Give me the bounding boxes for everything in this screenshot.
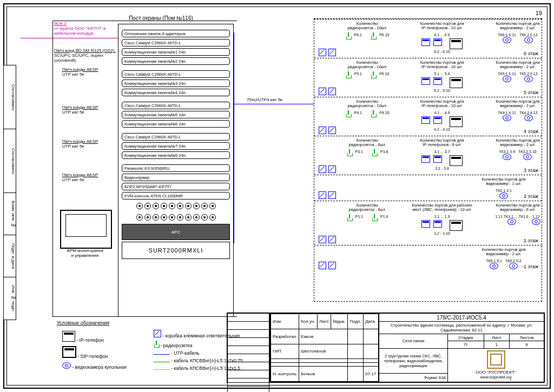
camera-icon (532, 218, 540, 225)
phone-icon (433, 38, 442, 46)
camera-icon (503, 76, 511, 82)
side-tab: Взам. инв. № (3, 192, 16, 236)
junction-box-icon (319, 49, 326, 56)
radio-socket-icon (154, 341, 159, 347)
company-logo-icon (487, 350, 505, 369)
radio-group: Количестворадиорозеток - 6шт.P1.1 P1.6 (340, 203, 394, 221)
radio-group: Количестворадиорозеток - 10шт.P6.1 P6.10 (340, 22, 394, 39)
doc-number: 178/С-2017-ИОС5.4 (379, 314, 544, 322)
phone-icon (421, 155, 430, 163)
floor-label: 3 этаж (523, 168, 539, 173)
sip-phone-icon (62, 346, 76, 358)
camera-icon (499, 192, 508, 199)
rack-slot: Коммутационная панель№1 24п. (122, 48, 230, 56)
rack-slot: Коммутационная панель№2 24п. (122, 57, 230, 65)
patchcord-note: Патч корды AESPUTP кат 5е (62, 173, 98, 183)
side-tab: Согласовано (3, 129, 16, 194)
ipphone-group: Количество портов дляIP-телефонов - 8 шт… (404, 138, 480, 171)
phone-icon (421, 116, 430, 124)
floor-row: 2 этажКоличество портов длявидеокамер - … (314, 175, 542, 201)
bus-line (234, 104, 314, 104)
side-tab: Подп. и дата (3, 235, 16, 278)
phone-icon (433, 77, 442, 85)
radio-group: Количестворадиорозеток - 8шт.P3.1 P3.8 (340, 138, 394, 156)
camera-group: Количество портов длявидеокамер - 2 шт.Т… (485, 138, 550, 160)
camera-icon (507, 218, 516, 225)
camera-icon (503, 115, 511, 121)
equipment-rack: Оптическая панель 8 адаптеровCisco Catal… (118, 24, 234, 317)
junction-box-icon (328, 236, 336, 243)
junction-box-icon (319, 236, 326, 243)
radio-socket-icon (372, 149, 377, 156)
ip-phone-icon (450, 155, 463, 166)
radio-socket-icon (346, 110, 351, 117)
radio-socket-icon (371, 110, 376, 117)
ip-phone-icon (62, 331, 75, 342)
phone-icon (433, 155, 442, 163)
ip-phone-icon (450, 116, 463, 127)
phone-icon (433, 116, 442, 124)
green-line-icon (154, 362, 170, 362)
floor-row: 6 этажКоличестворадиорозеток - 10шт.P6.1… (314, 19, 542, 58)
radio-group: Количестворадиорозеток - 10шт.P4.1 P4.10 (340, 99, 394, 117)
ipphone-group: Количество портов дляIP-телефонов - 10 ш… (404, 61, 480, 93)
ipphone-group: Количество портов дляIP-телефонов - 10 ш… (404, 99, 480, 132)
floor-label: 4 этаж (523, 129, 539, 134)
radio-socket-icon (347, 214, 352, 221)
rack-slot: Cisco Catalyst C2960X-48TD-L (122, 133, 230, 141)
ip-phone-icon (450, 77, 463, 88)
junction-box-icon (328, 165, 336, 173)
camera-group: Количество портов длявидеокамер - 6 шт.1… (485, 203, 550, 225)
rack-slot: Коммутационная панель№5 24п. (122, 111, 230, 118)
camera-icon (490, 263, 498, 269)
ups-unit: SURT2000RMXLI (122, 242, 230, 259)
floor-label: 6 этаж (523, 51, 539, 56)
rack-slot: Коммутационная панель№3 24п. (122, 79, 230, 87)
revision-grid (227, 313, 269, 383)
rack-slot: Видеосервер (122, 174, 230, 181)
junction-box-icon (154, 330, 161, 337)
rack-slot: KVM консоль ATEN CL1000MR (122, 192, 230, 200)
camera-group: Количество портов длявидеокамер - 1 шт.Т… (471, 177, 536, 199)
junction-box-icon (319, 165, 326, 173)
junction-box-icon (328, 49, 336, 56)
camera-icon (62, 362, 71, 369)
building-outline: 6 этажКоличестворадиорозеток - 10шт.P6.1… (314, 18, 542, 302)
utp-line-icon (154, 354, 170, 355)
floor-row: 5 этажКоличестворадиорозеток - 10шт.P5.1… (314, 58, 542, 97)
drawing-title: Структурная схема СКС, ЛВС, телефонии, в… (379, 348, 448, 374)
drawing-sheet: 19 Согласовано Согласовано Взам. инв. № … (0, 0, 554, 392)
camera-group: Количество портов длявидеокамер - 2 шт.Т… (485, 99, 550, 121)
project-title: Строительство здания гостиницы, располож… (379, 322, 544, 334)
floor-row: -1 этажКоличество портов длявидеокамер -… (314, 245, 542, 271)
monitor-icon (60, 210, 112, 249)
title-block: Изм.Кол.уч.Лист№док.Подп.Дата Разработал… (269, 313, 545, 383)
junction-box-icon (319, 191, 326, 199)
pdu-strip (122, 212, 230, 222)
rack-slot: БПР2-ВР3/50АВТ-ЮПТП (122, 183, 230, 190)
rack-slot: Cisco Catalyst C2960X-48TD-L (122, 70, 230, 78)
camera-icon (524, 37, 533, 43)
junction-box-icon (328, 88, 336, 95)
junction-box-icon (319, 262, 326, 269)
camera-icon (524, 115, 533, 121)
junction-box-icon (328, 191, 336, 199)
camera-icon (503, 37, 511, 43)
junction-box-icon (328, 127, 336, 134)
rack-slot: Cisco Catalyst C2960X-48TD-L (122, 102, 230, 109)
radio-socket-icon (371, 32, 376, 39)
orange-line-icon (154, 369, 170, 370)
camera-group: Количество портов длявидеокамер - 2 шт.Т… (485, 61, 550, 82)
patchcord-note: Патч корды AESPUTP кат 5е (62, 105, 98, 115)
page-number: 19 (536, 10, 542, 16)
phone-icon (421, 38, 430, 46)
camera-icon (523, 154, 532, 160)
phone-icon (421, 77, 430, 85)
phone-icon (421, 220, 430, 228)
camera-icon (503, 154, 511, 160)
trunk-cable-label: 75хU/UTP4 кат 5е (247, 97, 282, 102)
floor-row: 1 этажКоличестворадиорозеток - 6шт.P1.1 … (314, 201, 542, 245)
radio-socket-icon (347, 149, 352, 156)
floor-label: 5 этаж (523, 90, 539, 95)
rack-slot: Оптическая панель 8 адаптеров (122, 30, 230, 37)
